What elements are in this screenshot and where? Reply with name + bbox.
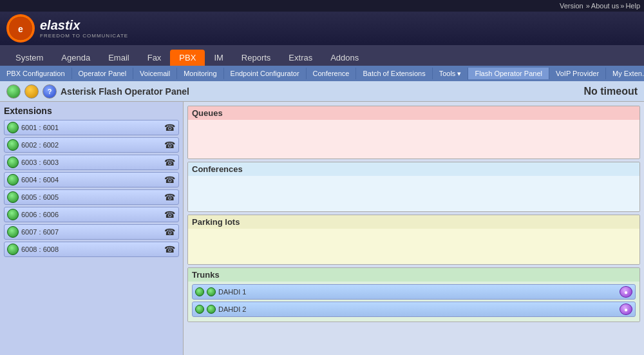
sub-nav-item-monitoring[interactable]: Monitoring [177, 68, 223, 79]
extensions-title: Extensions [4, 106, 179, 116]
extensions-panel: Extensions 6001 : 6001☎6002 : 6002☎6003 … [0, 102, 184, 355]
main-content: Extensions 6001 : 6001☎6002 : 6002☎6003 … [0, 102, 644, 355]
phone-icon: ☎ [163, 244, 176, 254]
extension-row[interactable]: 6008 : 6008☎ [4, 242, 179, 257]
settings-button[interactable] [24, 84, 39, 99]
conferences-section: Conferences [187, 162, 640, 212]
trunk-status-icon [195, 305, 204, 314]
trunk-row[interactable]: DAHDI 1● [192, 284, 636, 300]
nav-item-email[interactable]: Email [99, 50, 138, 66]
trunk-action-button[interactable]: ● [620, 286, 632, 298]
phone-icon: ☎ [163, 227, 176, 237]
extension-status-icon [7, 174, 19, 186]
sub-nav-item-voip-provider[interactable]: VoIP Provider [549, 68, 606, 79]
trunk-status-icon [195, 287, 204, 296]
nav-item-pbx[interactable]: PBX [170, 50, 205, 66]
panel-header: ? Asterisk Flash Operator Panel No timeo… [0, 81, 644, 102]
queues-content [188, 120, 639, 158]
phone-icon: ☎ [163, 175, 176, 185]
trunks-title: Trunks [188, 268, 639, 282]
extension-status-icon [7, 157, 19, 168]
extension-status-icon [7, 209, 19, 220]
trunk-label: DAHDI 1 [218, 288, 617, 296]
main-nav: SystemAgendaEmailFaxPBXIMReportsExtrasAd… [0, 45, 644, 66]
phone-icon: ☎ [163, 122, 176, 133]
sub-nav-item-voicemail[interactable]: Voicemail [133, 68, 177, 79]
nav-item-extras[interactable]: Extras [279, 50, 321, 66]
queues-title: Queues [188, 106, 639, 120]
sep2: » [620, 2, 624, 10]
panel-header-left: ? Asterisk Flash Operator Panel [6, 84, 189, 99]
extension-row[interactable]: 6003 : 6003☎ [4, 155, 179, 170]
extension-row[interactable]: 6002 : 6002☎ [4, 137, 179, 153]
extension-row[interactable]: 6007 : 6007☎ [4, 224, 179, 240]
extension-label: 6008 : 6008 [21, 245, 160, 253]
phone-icon: ☎ [163, 157, 176, 168]
extension-status-icon [7, 122, 19, 133]
top-bar: Version » About us » Help [0, 0, 644, 12]
extension-status-icon [7, 139, 19, 151]
trunk-status-icon2 [207, 287, 216, 296]
sub-nav: PBX ConfigurationOperator PanelVoicemail… [0, 66, 644, 81]
sep1: » [586, 2, 590, 10]
extensions-list: 6001 : 6001☎6002 : 6002☎6003 : 6003☎6004… [4, 120, 179, 257]
extension-label: 6005 : 6005 [21, 193, 160, 201]
extension-row[interactable]: 6005 : 6005☎ [4, 189, 179, 205]
sub-nav-item-conference[interactable]: Conference [307, 68, 357, 79]
sub-nav-item-pbx-configuration[interactable]: PBX Configuration [0, 68, 72, 79]
extension-row[interactable]: 6004 : 6004☎ [4, 172, 179, 187]
phone-icon: ☎ [163, 192, 176, 202]
extension-label: 6007 : 6007 [21, 228, 160, 236]
conferences-content [188, 176, 639, 211]
extension-label: 6004 : 6004 [21, 176, 160, 184]
sub-nav-item-flash-operator-panel[interactable]: Flash Operator Panel [468, 68, 549, 79]
queues-section: Queues [187, 106, 640, 159]
nav-item-fax[interactable]: Fax [138, 50, 171, 66]
trunks-content: DAHDI 1●DAHDI 2● [188, 282, 639, 321]
extension-label: 6006 : 6006 [21, 211, 160, 218]
trunk-action-button[interactable]: ● [620, 303, 632, 315]
trunks-section: Trunks DAHDI 1●DAHDI 2● [187, 267, 640, 322]
about-link[interactable]: About us [591, 2, 619, 10]
nav-item-agenda[interactable]: Agenda [52, 50, 99, 66]
extension-row[interactable]: 6006 : 6006☎ [4, 207, 179, 222]
nav-item-addons[interactable]: Addons [321, 50, 368, 66]
logo-area: e elastix FREEDOM TO COMMUNICATE [6, 14, 128, 43]
sub-nav-item-tools--[interactable]: Tools ▾ [433, 68, 469, 80]
extension-label: 6001 : 6001 [21, 124, 160, 131]
sub-nav-item-operator-panel[interactable]: Operator Panel [72, 68, 134, 79]
sub-nav-item-endpoint-configurator[interactable]: Endpoint Configurator [224, 68, 307, 79]
help-link[interactable]: Help [625, 2, 640, 10]
version-text: Version [560, 2, 583, 10]
extension-status-icon [7, 244, 19, 255]
logo-tagline: FREEDOM TO COMMUNICATE [40, 33, 128, 39]
nav-item-im[interactable]: IM [205, 50, 232, 66]
no-timeout: No timeout [583, 86, 638, 97]
panel-title: Asterisk Flash Operator Panel [61, 86, 189, 97]
trunk-label: DAHDI 2 [218, 305, 617, 313]
parking-title: Parking lots [188, 215, 639, 229]
extension-status-icon [7, 226, 19, 238]
sub-nav-item-batch-of-extensions[interactable]: Batch of Extensions [356, 68, 432, 79]
phone-icon: ☎ [163, 140, 176, 150]
phone-icon: ☎ [163, 209, 176, 220]
right-panel: Queues Conferences Parking lots Trunks D… [184, 102, 644, 355]
trunks-list: DAHDI 1●DAHDI 2● [192, 284, 636, 317]
logo-bar: e elastix FREEDOM TO COMMUNICATE [0, 12, 644, 45]
trunk-status-icon2 [207, 305, 216, 314]
help-button[interactable]: ? [43, 84, 57, 99]
extension-status-icon [7, 191, 19, 203]
nav-item-system[interactable]: System [6, 50, 52, 66]
logo-brand: elastix [40, 18, 128, 33]
parking-section: Parking lots [187, 215, 640, 265]
logo-icon: e [6, 14, 35, 43]
extension-row[interactable]: 6001 : 6001☎ [4, 120, 179, 135]
conferences-title: Conferences [188, 162, 639, 176]
nav-item-reports[interactable]: Reports [232, 50, 280, 66]
parking-content [188, 229, 639, 264]
trunk-row[interactable]: DAHDI 2● [192, 302, 636, 317]
extension-label: 6002 : 6002 [21, 141, 160, 149]
svg-text:e: e [18, 24, 23, 34]
refresh-button[interactable] [6, 84, 21, 99]
sub-nav-item-my-exten---[interactable]: My Exten... [606, 68, 644, 79]
